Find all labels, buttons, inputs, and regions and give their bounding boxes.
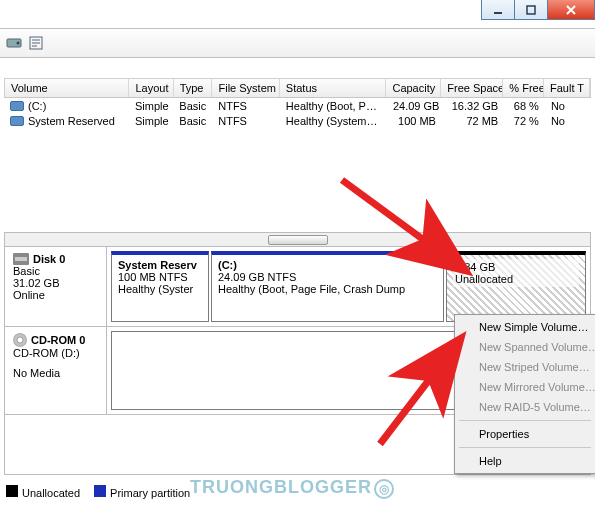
volume-row[interactable]: (C:) Simple Basic NTFS Healthy (Boot, P…… — [4, 98, 591, 113]
legend: Unallocated Primary partition — [6, 485, 190, 499]
disk-state: Online — [13, 289, 98, 301]
legend-unallocated: Unallocated — [6, 485, 80, 499]
disk-icon — [13, 253, 29, 265]
col-fault[interactable]: Fault T — [544, 79, 590, 97]
col-status[interactable]: Status — [280, 79, 387, 97]
volume-list-header: Volume Layout Type File System Status Ca… — [4, 78, 591, 98]
window-titlebar — [482, 0, 595, 22]
menu-separator — [459, 420, 591, 421]
cell-status: Healthy (System… — [280, 114, 387, 128]
cell-freespace: 72 MB — [442, 114, 504, 128]
col-layout[interactable]: Layout — [129, 79, 173, 97]
watermark: TRUONGBLOGGER◎ — [190, 477, 394, 499]
col-volume[interactable]: Volume — [5, 79, 129, 97]
partition-status: Unallocated — [455, 273, 577, 285]
cell-pctfree: 72 % — [504, 114, 545, 128]
disk-info[interactable]: Disk 0 Basic 31.02 GB Online — [5, 247, 107, 326]
cdrom-sublabel: CD-ROM (D:) — [13, 347, 98, 359]
cell-filesystem: NTFS — [212, 99, 280, 113]
cell-type: Basic — [173, 99, 212, 113]
menu-new-simple-volume[interactable]: New Simple Volume… — [457, 317, 593, 337]
cdrom-icon — [13, 333, 27, 347]
scrollbar-thumb[interactable] — [268, 235, 328, 245]
col-freespace[interactable]: Free Space — [441, 79, 503, 97]
partition-size: 6.84 GB — [455, 261, 577, 273]
menu-help[interactable]: Help — [457, 451, 593, 471]
menu-new-spanned-volume: New Spanned Volume… — [457, 337, 593, 357]
volume-list: Volume Layout Type File System Status Ca… — [4, 78, 591, 128]
partition-name: System Reserv — [118, 259, 202, 271]
volume-row[interactable]: System Reserved Simple Basic NTFS Health… — [4, 113, 591, 128]
volume-icon — [10, 116, 24, 126]
cell-layout: Simple — [129, 99, 173, 113]
minimize-button[interactable] — [481, 0, 515, 20]
partition-c[interactable]: (C:) 24.09 GB NTFS Healthy (Boot, Page F… — [211, 251, 444, 322]
cell-freespace: 16.32 GB — [442, 99, 504, 113]
disk-size: 31.02 GB — [13, 277, 98, 289]
legend-primary: Primary partition — [94, 485, 190, 499]
menu-new-striped-volume: New Striped Volume… — [457, 357, 593, 377]
disk-toolbar-icon[interactable] — [6, 35, 22, 51]
partition-status: Healthy (Boot, Page File, Crash Dump — [218, 283, 437, 295]
menu-new-raid5-volume: New RAID-5 Volume… — [457, 397, 593, 417]
volume-name: System Reserved — [28, 115, 115, 127]
maximize-button[interactable] — [514, 0, 548, 20]
partition-size: 100 MB NTFS — [118, 271, 202, 283]
disk-info[interactable]: CD-ROM 0 CD-ROM (D:) No Media — [5, 327, 107, 414]
legend-swatch-primary — [94, 485, 106, 497]
volume-icon — [10, 101, 24, 111]
col-pctfree[interactable]: % Free — [503, 79, 544, 97]
disk-map-scrollbar[interactable] — [5, 233, 590, 247]
col-filesystem[interactable]: File System — [212, 79, 279, 97]
cell-layout: Simple — [129, 114, 173, 128]
disk-type: Basic — [13, 265, 98, 277]
cdrom-state: No Media — [13, 367, 98, 379]
cell-capacity: 100 MB — [387, 114, 442, 128]
menu-new-mirrored-volume: New Mirrored Volume… — [457, 377, 593, 397]
cell-filesystem: NTFS — [212, 114, 280, 128]
action-toolbar-icon[interactable] — [28, 35, 44, 51]
svg-rect-0 — [494, 12, 502, 14]
disk-label: Disk 0 — [33, 253, 65, 265]
svg-rect-1 — [527, 6, 535, 14]
context-menu: New Simple Volume… New Spanned Volume… N… — [454, 314, 595, 474]
partition-status: Healthy (Syster — [118, 283, 202, 295]
toolbar — [0, 28, 595, 58]
col-capacity[interactable]: Capacity — [386, 79, 441, 97]
cell-pctfree: 68 % — [504, 99, 545, 113]
disk-label: CD-ROM 0 — [31, 334, 85, 346]
cell-type: Basic — [173, 114, 212, 128]
watermark-icon: ◎ — [374, 479, 394, 499]
volume-name: (C:) — [28, 100, 46, 112]
partition-unallocated[interactable]: 6.84 GB Unallocated — [446, 251, 586, 322]
col-type[interactable]: Type — [174, 79, 213, 97]
legend-swatch-unallocated — [6, 485, 18, 497]
menu-properties[interactable]: Properties — [457, 424, 593, 444]
cell-status: Healthy (Boot, P… — [280, 99, 387, 113]
svg-point-3 — [17, 42, 20, 45]
partition-system-reserved[interactable]: System Reserv 100 MB NTFS Healthy (Syste… — [111, 251, 209, 322]
cell-fault: No — [545, 114, 591, 128]
close-button[interactable] — [547, 0, 595, 20]
cell-fault: No — [545, 99, 591, 113]
cell-capacity: 24.09 GB — [387, 99, 442, 113]
partition-name: (C:) — [218, 259, 437, 271]
partition-size: 24.09 GB NTFS — [218, 271, 437, 283]
menu-separator — [459, 447, 591, 448]
